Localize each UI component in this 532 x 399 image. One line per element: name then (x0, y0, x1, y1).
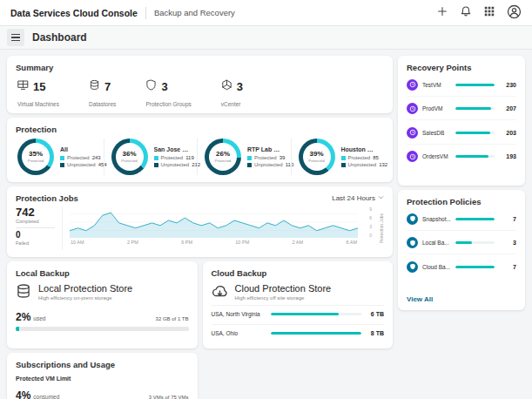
recovery-bar-fill (455, 155, 488, 158)
protected-legend-swatch (341, 156, 346, 160)
donut-percent: 39% (309, 151, 323, 158)
protection-title: Protection (16, 125, 384, 134)
recovery-point-row[interactable]: OrdersVM 193 (407, 145, 516, 168)
donut-center-label: Protected (121, 159, 137, 163)
region-usage-bar-fill (271, 313, 339, 315)
local-backup-title: Local Backup (16, 268, 189, 278)
protection-policies-card: Protection Policies Snapshot... 7 Local … (398, 190, 525, 310)
legend-label: Unprotected (348, 162, 377, 167)
x-tick: 2 AM (293, 240, 304, 245)
protection-group-rtp-lab[interactable]: 26%Protected RTP Lab Sales Protected39 U… (197, 139, 291, 175)
x-tick: 6 PM (181, 240, 192, 245)
local-usage-bar-fill (16, 327, 19, 331)
notifications-button[interactable] (460, 5, 472, 20)
cloud-backup-card: Cloud Backup Cloud Protection Store High… (203, 261, 394, 348)
vm-name: SalesDB (422, 130, 451, 136)
policy-bar-fill (455, 241, 472, 244)
apps-button[interactable] (483, 5, 495, 20)
jobs-area-chart: 10 AM 2 PM 6 PM 10 PM 2 AM 6 AM (70, 206, 358, 250)
unprotected-legend-swatch (341, 163, 346, 167)
group-name: RTP Lab Sales (247, 146, 284, 152)
jobs-chart-svg (70, 206, 358, 238)
cloud-store-name: Cloud Protection Store (235, 283, 332, 294)
recovery-bar (455, 132, 495, 134)
protection-donut: 35%Protected (17, 139, 54, 175)
group-name: All (60, 146, 97, 152)
recovery-count: 193 (499, 153, 516, 159)
summary-items: 15 Virtual Machines 7 Datastores 3 (16, 78, 384, 110)
y-tick: 9 (365, 206, 372, 212)
recovery-bar (455, 84, 495, 86)
protected-legend-swatch (60, 156, 64, 160)
shield-icon (145, 78, 157, 94)
y-tick: 0 (365, 233, 372, 238)
recovery-points-card: Recovery Points TestVM 230 ProdVM 207 Sa… (398, 56, 525, 186)
protection-group-all[interactable]: 35%Protected All Protected243 Unprotecte… (16, 139, 104, 175)
user-menu-button[interactable] (507, 4, 522, 22)
topbar-actions (436, 4, 522, 22)
vcenter-icon (221, 78, 232, 94)
policy-bar-fill (455, 218, 495, 220)
consumed-label: consumed (33, 394, 59, 399)
legend-label: Protected (348, 155, 371, 160)
policies-list: Snapshot... 7 Local Ba... 3 Cloud Ba... … (407, 206, 516, 278)
page-title: Dashboard (32, 31, 87, 44)
legend-label: Unprotected (67, 162, 96, 167)
failed-label: Failed (16, 240, 55, 246)
protection-group-houston[interactable]: 39%Protected Houston DC Main Protected85… (291, 139, 385, 175)
summary-item-protection-groups[interactable]: 3 Protection Groups (145, 78, 191, 110)
region-usage-value: 8 TB (367, 330, 384, 336)
protected-legend-swatch (154, 156, 158, 160)
group-name: Houston DC Main (341, 146, 378, 152)
region-name: USA, Ohio (212, 330, 266, 336)
dashboard-content: Summary 15 Virtual Machines 7 Datastores (0, 50, 532, 399)
recovery-point-row[interactable]: ProdVM 207 (407, 97, 516, 121)
summary-value: 15 (33, 80, 45, 93)
recovery-points-list: TestVM 230 ProdVM 207 SalesDB 203 (407, 72, 516, 167)
x-tick: 2 PM (127, 240, 138, 245)
recovery-count: 230 (499, 82, 516, 88)
unprotected-legend-swatch (60, 163, 64, 167)
add-button[interactable] (436, 5, 448, 20)
policy-row[interactable]: Local Ba... 3 (407, 231, 516, 255)
recovery-points-title: Recovery Points (407, 63, 516, 72)
summary-item-vcenter[interactable]: 3 vCenter (221, 78, 243, 110)
policy-row[interactable]: Cloud Ba... 7 (407, 254, 516, 278)
summary-item-virtual-machines[interactable]: 15 Virtual Machines (17, 78, 59, 110)
y-axis-ticks: 9 6 3 0 (365, 206, 372, 238)
local-used-percent: 2% (16, 311, 30, 323)
policy-shield-icon (407, 213, 418, 225)
protection-donut: 39%Protected (299, 139, 335, 175)
summary-item-datastores[interactable]: 7 Datastores (89, 78, 116, 110)
summary-label: Virtual Machines (17, 101, 59, 107)
legend-label: Unprotected (254, 162, 283, 167)
service-context: Backup and Recovery (154, 8, 235, 17)
recovery-clock-icon (407, 79, 418, 91)
group-name: San Jose Datace... (154, 146, 191, 152)
recovery-point-row[interactable]: TestVM 230 (407, 72, 516, 97)
chevron-down-icon (378, 194, 384, 202)
time-range-dropdown[interactable]: Last 24 Hours (332, 194, 384, 202)
view-all-link[interactable]: View All (407, 295, 516, 303)
cloud-store-desc: High efficiency off site storage (235, 295, 332, 301)
hamburger-menu-button[interactable] (7, 29, 24, 46)
top-bar: Data Services Cloud Console Backup and R… (0, 0, 532, 26)
protection-group-san-jose[interactable]: 36%Protected San Jose Datace... Protecte… (104, 139, 198, 175)
disk-store-icon (16, 283, 31, 302)
x-tick: 6 AM (346, 240, 357, 245)
failed-count: 0 (16, 231, 55, 240)
donut-center-label: Protected (28, 159, 44, 163)
donut-percent: 36% (122, 151, 136, 158)
apps-grid-icon (483, 5, 495, 20)
protection-donut: 36%Protected (111, 139, 148, 175)
recovery-bar-fill (455, 132, 490, 134)
bell-icon (460, 5, 472, 20)
vm-icon (17, 78, 29, 94)
recovery-bar (455, 107, 495, 110)
region-usage-bar (271, 332, 362, 335)
policy-row[interactable]: Snapshot... 7 (407, 206, 516, 231)
local-usage-bar (16, 327, 189, 331)
recovery-point-row[interactable]: SalesDB 203 (407, 120, 516, 145)
protection-jobs-title: Protection Jobs (16, 193, 78, 203)
donut-percent: 35% (29, 151, 43, 158)
